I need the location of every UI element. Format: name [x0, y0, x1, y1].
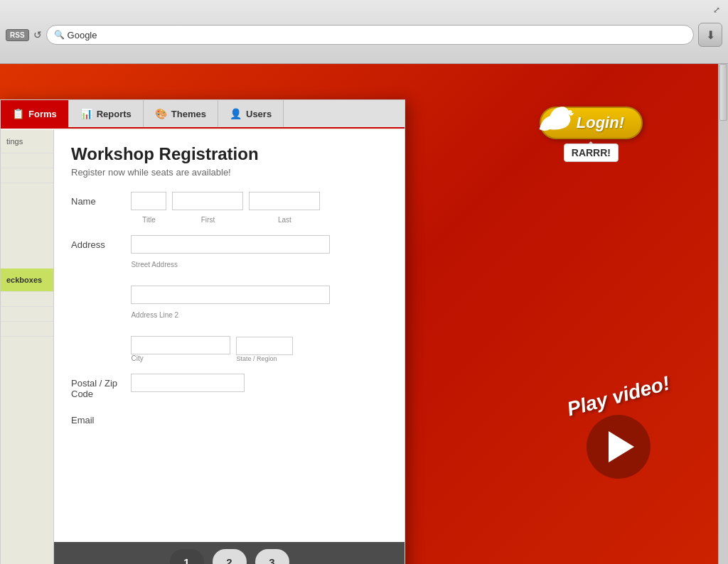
address-field-row: Address Street Address Address Line 2 Ci…: [71, 235, 387, 362]
dino-icon: [534, 101, 577, 136]
popup-window: 📋 Forms 📊 Reports 🎨 Themes 👤 Users tings…: [0, 99, 405, 564]
line2-sublabel: Address Line 2: [131, 311, 330, 319]
left-panel-item-settings: tings: [1, 130, 53, 153]
themes-icon: 🎨: [155, 108, 167, 119]
street-sublabel: Street Address: [131, 261, 330, 269]
tab-forms[interactable]: 📋 Forms: [1, 100, 69, 127]
tab-themes[interactable]: 🎨 Themes: [144, 100, 218, 127]
form-title: Workshop Registration: [71, 144, 387, 164]
city-sublabel: City: [131, 354, 230, 362]
left-panel-item-2: [1, 153, 53, 168]
scrollbar[interactable]: [718, 64, 728, 564]
name-sublabels: Title First Last: [131, 216, 320, 224]
page-1-button[interactable]: 1: [170, 549, 204, 564]
name-last-input[interactable]: [249, 192, 320, 210]
login-button[interactable]: Login!: [540, 107, 643, 139]
forms-icon: 📋: [12, 108, 24, 119]
play-triangle-icon: [609, 431, 634, 462]
search-bar[interactable]: 🔍: [46, 25, 694, 45]
tab-users-label: Users: [246, 109, 272, 119]
nav-tabs: 📋 Forms 📊 Reports 🎨 Themes 👤 Users: [1, 100, 405, 129]
name-title-input[interactable]: [131, 192, 166, 210]
first-sublabel: First: [172, 216, 243, 224]
name-inputs: Title First Last: [131, 192, 320, 224]
reports-icon: 📊: [80, 108, 92, 119]
rss-badge[interactable]: RSS: [6, 29, 29, 41]
name-first-input[interactable]: [172, 192, 243, 210]
last-sublabel: Last: [249, 216, 320, 224]
download-button[interactable]: ⬇: [698, 23, 722, 47]
state-input[interactable]: [236, 337, 293, 355]
state-sublabel: State / Region: [236, 355, 293, 362]
login-area: Login! RARRR!: [540, 107, 643, 162]
main-content: Login! RARRR! Play video! 📋 Forms 📊 Repo…: [0, 64, 728, 564]
scrollbar-thumb[interactable]: [719, 64, 727, 121]
city-col: City: [131, 336, 230, 362]
state-col: State / Region: [236, 337, 293, 362]
name-inputs-row: [131, 192, 320, 210]
email-field-row: Email: [71, 411, 387, 425]
left-panel-item-5: [1, 292, 53, 307]
svg-point-0: [566, 109, 568, 112]
postal-field-row: Postal / Zip Code: [71, 374, 387, 399]
address-label: Address: [71, 235, 128, 250]
left-panel: tings eckboxes: [1, 130, 54, 564]
maximize-icon[interactable]: ⤢: [711, 4, 722, 16]
browser-chrome: ⤢ RSS ↺ 🔍 ⬇: [0, 0, 728, 64]
city-state-row: City State / Region: [131, 336, 330, 362]
left-panel-item-6: [1, 307, 53, 322]
left-panel-item-3: [1, 168, 53, 183]
email-label: Email: [71, 411, 128, 425]
name-label: Name: [71, 192, 128, 207]
browser-titlebar: ⤢: [0, 0, 728, 20]
login-label: Login!: [577, 114, 624, 132]
search-input[interactable]: [68, 30, 686, 40]
tab-users[interactable]: 👤 Users: [218, 100, 284, 127]
form-subtitle: Register now while seats are available!: [71, 167, 387, 178]
search-icon: 🔍: [54, 30, 65, 40]
users-icon: 👤: [230, 108, 242, 119]
browser-toolbar: RSS ↺ 🔍 ⬇: [0, 20, 728, 50]
page-3-button[interactable]: 3: [255, 549, 289, 564]
rarrr-bubble: RARRR!: [564, 143, 619, 162]
postal-input[interactable]: [131, 374, 245, 392]
postal-label: Postal / Zip Code: [71, 374, 128, 399]
page-2-button[interactable]: 2: [213, 549, 247, 564]
play-video-area: Play video!: [566, 385, 671, 479]
title-sublabel: Title: [131, 216, 166, 224]
pagination: 1 2 3: [54, 542, 405, 564]
download-icon: ⬇: [706, 28, 715, 42]
tab-forms-label: Forms: [28, 109, 57, 119]
tab-reports-label: Reports: [97, 109, 132, 119]
street-address-input[interactable]: [131, 235, 330, 254]
left-panel-item-checkboxes[interactable]: eckboxes: [1, 269, 53, 292]
address-inputs: Street Address Address Line 2 City State…: [131, 235, 330, 362]
form-content: Workshop Registration Register now while…: [54, 130, 405, 564]
name-field-row: Name Title First Last: [71, 192, 387, 224]
left-panel-item-7: [1, 322, 53, 337]
tab-themes-label: Themes: [171, 109, 206, 119]
play-video-button[interactable]: [587, 415, 651, 479]
refresh-button[interactable]: ↺: [33, 29, 42, 40]
tab-reports[interactable]: 📊 Reports: [69, 100, 144, 127]
address-line2-input[interactable]: [131, 286, 330, 304]
city-input[interactable]: [131, 336, 230, 354]
